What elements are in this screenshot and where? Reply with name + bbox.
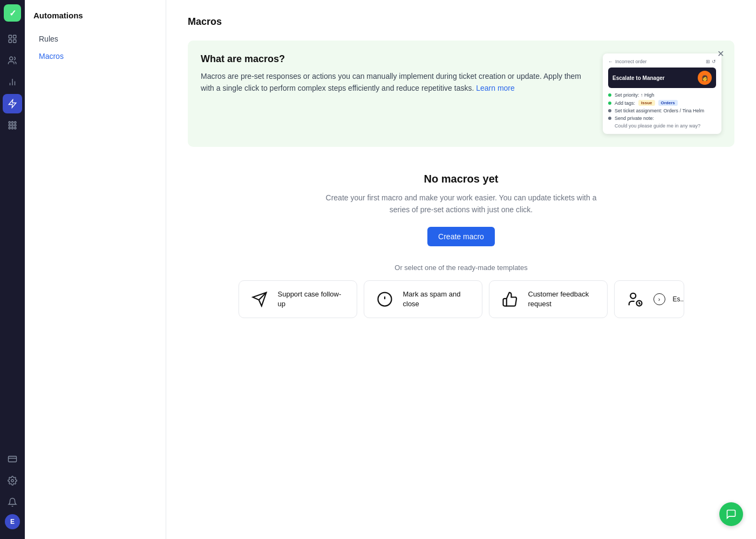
user-avatar[interactable]: E xyxy=(5,514,20,529)
main-content: Macros What are macros? Macros are pre-s… xyxy=(166,0,756,539)
learn-more-link[interactable]: Learn more xyxy=(476,84,515,92)
empty-state-text: Create your first macro and make your wo… xyxy=(321,192,602,216)
template-label: Support case follow-up xyxy=(278,289,347,309)
svg-point-26 xyxy=(630,293,636,299)
banner-text: Macros are pre-set responses or actions … xyxy=(201,70,590,95)
banner-title: What are macros? xyxy=(201,53,590,65)
template-support-followup[interactable]: Support case follow-up xyxy=(239,280,357,318)
alert-circle-icon xyxy=(374,291,396,307)
icon-bar: ✓ E xyxy=(0,0,25,539)
bi-row-assignment: Set ticket assignment: Orders / Tina Hel… xyxy=(608,107,716,114)
svg-rect-1 xyxy=(13,35,16,38)
grid-icon[interactable] xyxy=(3,29,22,49)
svg-rect-10 xyxy=(12,122,13,123)
contacts-icon[interactable] xyxy=(3,51,22,70)
person-clock-icon xyxy=(624,291,646,307)
templates-label: Or select one of the ready-made template… xyxy=(188,264,734,272)
bi-row-note: Send private note: xyxy=(608,114,716,122)
icon-bar-bottom: E xyxy=(3,449,22,535)
sidebar-title: Automations xyxy=(33,11,157,20)
dot-icon xyxy=(608,102,611,105)
banner-content: What are macros? Macros are pre-set resp… xyxy=(201,53,590,95)
template-label: Mark as spam and close xyxy=(403,289,472,309)
app-logo[interactable]: ✓ xyxy=(4,4,21,22)
svg-rect-0 xyxy=(9,35,11,38)
svg-rect-18 xyxy=(9,456,17,462)
svg-marker-8 xyxy=(9,100,16,108)
svg-rect-12 xyxy=(9,125,10,126)
svg-rect-3 xyxy=(13,40,16,43)
apps-icon[interactable] xyxy=(3,116,22,135)
tag-orders: Orders xyxy=(658,100,678,106)
svg-rect-14 xyxy=(15,125,16,126)
sidebar-item-macros[interactable]: Macros xyxy=(33,48,157,64)
banner-close-button[interactable]: ✕ xyxy=(714,47,727,60)
chevron-right-icon: › xyxy=(653,293,665,305)
svg-point-20 xyxy=(11,480,14,482)
template-escalate-partial[interactable]: › Es... xyxy=(614,280,684,318)
tag-issue: Issue xyxy=(638,100,655,106)
svg-rect-15 xyxy=(9,127,10,129)
svg-rect-9 xyxy=(9,122,10,123)
thumbs-up-icon xyxy=(499,291,521,307)
svg-rect-11 xyxy=(15,122,16,123)
chat-button[interactable] xyxy=(719,502,743,526)
bi-note-text: Could you please guide me in any way? xyxy=(608,123,716,129)
template-customer-feedback[interactable]: Customer feedback request xyxy=(489,280,608,318)
template-mark-spam[interactable]: Mark as spam and close xyxy=(364,280,482,318)
svg-rect-17 xyxy=(15,127,16,129)
bi-header: ← Incorrect order ⊞ ↺ xyxy=(608,59,716,64)
svg-rect-2 xyxy=(9,40,11,43)
bi-title-row: Escalate to Manager 👩 xyxy=(608,68,716,88)
dot-icon xyxy=(608,93,611,97)
icon-bar-top: ✓ xyxy=(3,4,22,447)
svg-point-4 xyxy=(10,57,13,60)
templates-row: Support case follow-up Mark as spam and … xyxy=(188,280,734,318)
dot-icon xyxy=(608,109,611,112)
empty-state-title: No macros yet xyxy=(188,173,734,185)
reports-icon[interactable] xyxy=(3,72,22,92)
banner-illustration: ← Incorrect order ⊞ ↺ Escalate to Manage… xyxy=(603,53,721,134)
template-label: Es... xyxy=(673,295,684,304)
bi-avatar: 👩 xyxy=(698,71,712,85)
empty-state: No macros yet Create your first macro an… xyxy=(188,173,734,246)
billing-icon[interactable] xyxy=(3,449,22,469)
dot-icon xyxy=(608,117,611,120)
bi-row-priority: Set priority: ↑ High xyxy=(608,91,716,99)
bi-row-tags: Add tags: Issue Orders xyxy=(608,99,716,107)
template-label: Customer feedback request xyxy=(528,289,597,309)
settings-icon[interactable] xyxy=(3,471,22,490)
send-icon xyxy=(249,291,270,307)
svg-rect-13 xyxy=(12,125,13,126)
sidebar: Automations Rules Macros xyxy=(25,0,166,539)
notifications-icon[interactable] xyxy=(3,493,22,512)
automation-icon[interactable] xyxy=(3,94,22,113)
create-macro-button[interactable]: Create macro xyxy=(427,227,495,246)
info-banner: What are macros? Macros are pre-set resp… xyxy=(188,41,734,147)
sidebar-item-rules[interactable]: Rules xyxy=(33,31,157,47)
page-title: Macros xyxy=(188,16,734,28)
svg-rect-16 xyxy=(12,127,13,129)
